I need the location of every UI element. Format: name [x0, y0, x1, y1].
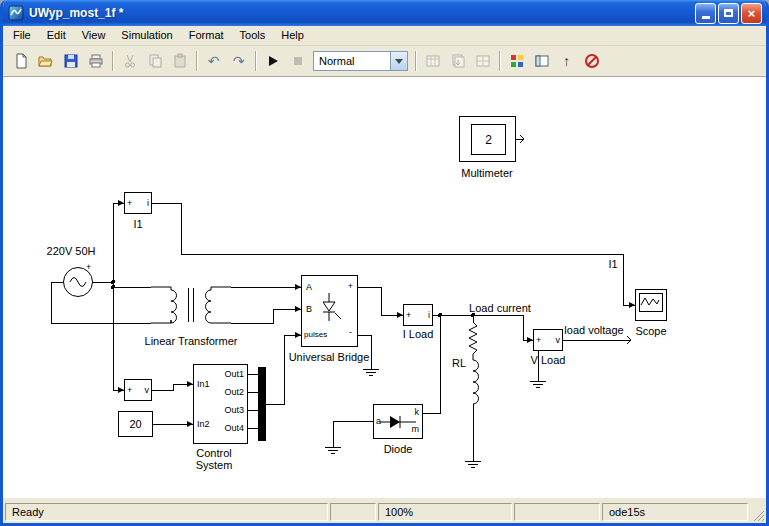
scope-block[interactable] — [635, 289, 667, 321]
redo-icon: ↷ — [233, 54, 245, 68]
library-browser-icon — [509, 53, 525, 69]
block-label-rl[interactable]: RL — [452, 357, 466, 369]
block-label-transformer[interactable]: Linear Transformer — [145, 335, 238, 347]
menu-simulation[interactable]: Simulation — [113, 26, 180, 45]
multimeter-value: 2 — [485, 133, 492, 147]
port-label-v: v — [556, 336, 561, 345]
voltage-measurement-vload-block[interactable]: + v — [533, 329, 563, 351]
toolbar-separator — [255, 51, 256, 71]
debug-button[interactable] — [579, 49, 604, 73]
close-icon: × — [748, 7, 756, 20]
start-simulation-button[interactable] — [260, 49, 285, 73]
block-label-source[interactable]: 220V 50H — [47, 245, 96, 257]
port-label-in2: In2 — [197, 420, 210, 429]
refresh-blocks-icon — [475, 53, 491, 69]
block-label-scope[interactable]: Scope — [635, 325, 666, 337]
toolbar-separator — [196, 51, 197, 71]
mux-block[interactable] — [258, 367, 266, 441]
block-label-control-line2[interactable]: System — [196, 459, 233, 471]
new-model-button[interactable] — [8, 49, 33, 73]
debug-icon — [584, 53, 600, 69]
model-canvas[interactable]: + 220V 50H + i I1 Linear Transformer A B… — [3, 77, 766, 498]
status-ready: Ready — [5, 503, 328, 521]
port-label-out3: Out3 — [224, 406, 244, 415]
status-zoom: 100% — [378, 503, 512, 521]
multimeter-display: 2 — [471, 124, 506, 155]
control-system-block[interactable]: In1 In2 Out1 Out2 Out3 Out4 — [193, 364, 248, 444]
simulink-app-icon — [8, 5, 24, 21]
open-model-icon — [38, 53, 54, 69]
undo-button[interactable]: ↶ — [201, 49, 226, 73]
minimize-button[interactable] — [695, 3, 716, 24]
print-icon — [88, 53, 104, 69]
current-measurement-i1-block[interactable]: + i — [124, 192, 152, 214]
transformer-symbol[interactable] — [151, 287, 231, 323]
paste-button[interactable] — [167, 49, 192, 73]
redo-button[interactable]: ↷ — [226, 49, 251, 73]
universal-bridge-block[interactable]: A B pulses + - — [301, 275, 358, 347]
model-browser-button[interactable] — [529, 49, 554, 73]
ground-symbols — [325, 369, 546, 467]
block-label-iload[interactable]: I Load — [403, 328, 434, 340]
save-model-button[interactable] — [58, 49, 83, 73]
build-model-button[interactable] — [445, 49, 470, 73]
cut-button[interactable] — [117, 49, 142, 73]
port-label-out4: Out4 — [224, 424, 244, 433]
float-scope-button[interactable]: ↑ — [554, 49, 579, 73]
constant-block[interactable]: 20 — [118, 411, 153, 437]
rl-branch-symbol[interactable] — [469, 322, 479, 404]
stop-simulation-button[interactable] — [285, 49, 310, 73]
port-label-i: i — [147, 199, 149, 208]
block-label-bridge[interactable]: Universal Bridge — [289, 351, 370, 363]
menu-format[interactable]: Format — [181, 26, 232, 45]
menu-tools[interactable]: Tools — [232, 26, 274, 45]
resize-grip[interactable] — [750, 503, 764, 521]
port-label-i: i — [428, 311, 430, 320]
simulation-mode-select[interactable]: Normal — [313, 51, 408, 71]
block-label-vload[interactable]: V Load — [531, 354, 566, 366]
diode-block[interactable]: a k m — [373, 404, 423, 439]
copy-button[interactable] — [142, 49, 167, 73]
menu-view[interactable]: View — [74, 26, 114, 45]
play-icon — [265, 53, 281, 69]
library-browser-button[interactable] — [504, 49, 529, 73]
block-label-control-line1[interactable]: Control — [196, 447, 231, 459]
current-measurement-iload-block[interactable]: + i — [403, 304, 433, 326]
voltage-measurement-block[interactable]: + v — [124, 379, 152, 401]
port-label-b: B — [306, 305, 312, 314]
annotation-load-voltage[interactable]: load voltage — [564, 324, 623, 336]
print-button[interactable] — [83, 49, 108, 73]
chevron-down-icon — [395, 59, 403, 64]
annotation-load-current[interactable]: Load current — [469, 302, 531, 314]
maximize-button[interactable] — [718, 3, 739, 24]
port-label-plus: + — [348, 282, 353, 291]
title-bar[interactable]: UWyp_most_1f * × — [3, 0, 766, 26]
menu-help[interactable]: Help — [273, 26, 312, 45]
status-solver: ode15s — [602, 503, 748, 521]
menu-edit[interactable]: Edit — [39, 26, 74, 45]
close-button[interactable]: × — [741, 3, 762, 24]
open-model-button[interactable] — [33, 49, 58, 73]
block-label-i1[interactable]: I1 — [133, 218, 142, 230]
simulink-model-window: UWyp_most_1f * × File Edit View Simulati… — [0, 0, 769, 526]
port-label-m: m — [412, 425, 420, 434]
annotation-i1-signal[interactable]: I1 — [608, 258, 617, 270]
toolbar-separator — [499, 51, 500, 71]
status-spacer — [330, 503, 376, 521]
model-browser-icon — [534, 53, 550, 69]
port-label-pulses: pulses — [304, 331, 327, 339]
multimeter-block[interactable]: 2 — [459, 116, 516, 162]
menu-file[interactable]: File — [5, 26, 39, 45]
port-label-a: a — [376, 417, 381, 426]
scope-screen — [639, 293, 663, 312]
block-label-multimeter[interactable]: Multimeter — [461, 167, 512, 179]
update-diagram-button[interactable] — [420, 49, 445, 73]
refresh-blocks-button[interactable] — [470, 49, 495, 73]
cut-icon — [122, 53, 138, 69]
dropdown-button[interactable] — [390, 52, 407, 70]
block-label-diode[interactable]: Diode — [384, 443, 413, 455]
source-polarity-label: + — [86, 263, 91, 272]
copy-icon — [147, 53, 163, 69]
update-diagram-icon — [425, 53, 441, 69]
port-label-a: A — [306, 283, 312, 292]
